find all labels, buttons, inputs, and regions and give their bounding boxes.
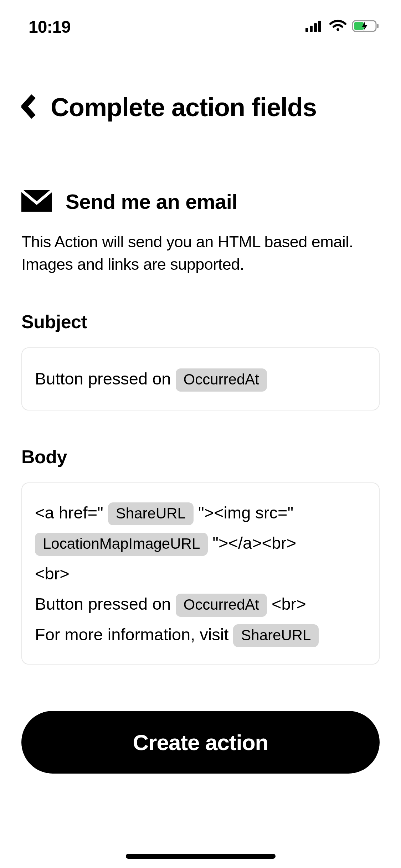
svg-rect-0 [305,28,308,32]
body-text: "><img src=" [198,503,293,522]
create-action-button[interactable]: Create action [21,711,380,774]
action-header: Send me an email [21,190,380,213]
subject-label: Subject [21,311,380,332]
ingredient-pill[interactable]: LocationMapImageURL [35,533,208,556]
body-text: <br> [35,564,70,583]
body-label: Body [21,446,380,467]
action-title: Send me an email [66,190,237,213]
page-title: Complete action fields [51,93,317,122]
email-icon [21,190,52,213]
svg-rect-5 [377,24,379,28]
body-text: <a href=" [35,503,103,522]
ingredient-pill[interactable]: ShareURL [233,624,319,647]
svg-rect-3 [318,21,321,32]
ingredient-pill[interactable]: OccurredAt [176,368,267,392]
cellular-icon [305,20,324,33]
ingredient-pill[interactable]: ShareURL [108,502,194,526]
battery-charging-icon [352,19,380,34]
status-bar: 10:19 [0,0,401,46]
body-text: "></a><br> [212,533,296,552]
action-description: This Action will send you an HTML based … [21,231,380,275]
svg-rect-6 [354,22,364,30]
page-header: Complete action fields [0,46,401,122]
wifi-icon [329,20,347,34]
body-text: <br> [272,594,306,613]
home-indicator[interactable] [126,854,276,859]
status-indicators [305,19,380,34]
body-text: For more information, visit [35,625,233,644]
svg-rect-2 [314,23,317,32]
body-text: Button pressed on [35,594,176,613]
subject-text: Button pressed on [35,369,176,388]
back-button[interactable] [21,94,36,120]
body-input[interactable]: <a href=" ShareURL "><img src=" Location… [21,482,380,665]
svg-rect-1 [310,26,313,32]
ingredient-pill[interactable]: OccurredAt [176,594,267,617]
subject-input[interactable]: Button pressed on OccurredAt [21,347,380,410]
status-time: 10:19 [29,17,71,37]
